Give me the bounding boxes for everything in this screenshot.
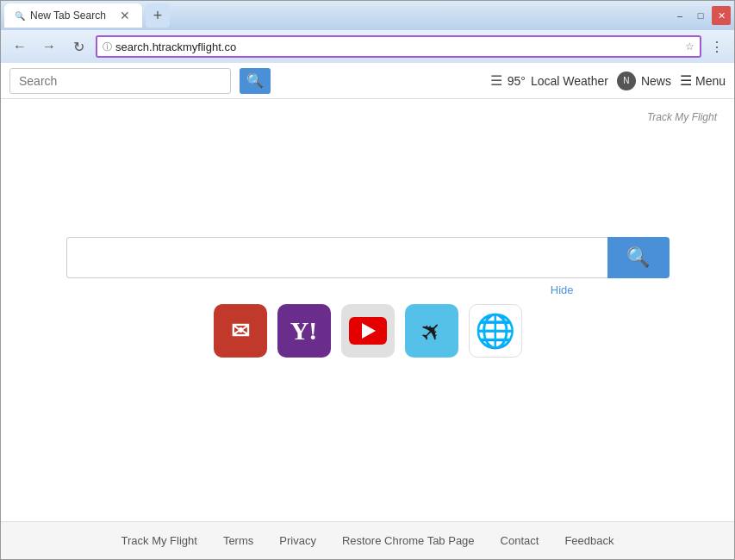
- back-button[interactable]: ←: [8, 34, 32, 59]
- maximize-button[interactable]: □: [691, 6, 710, 25]
- minimize-button[interactable]: –: [670, 6, 689, 25]
- news-label: News: [641, 74, 671, 88]
- footer-contact[interactable]: Contact: [501, 534, 539, 547]
- toolbar-search-input[interactable]: [9, 68, 231, 94]
- youtube-icon: [349, 317, 387, 345]
- toolbar: 🔍 ☰ 95° Local Weather N News ☰ Menu: [1, 63, 734, 99]
- shortcuts-row: ✉ Y! ✈: [214, 304, 522, 358]
- footer: Track My Flight Terms Privacy Restore Ch…: [1, 521, 734, 559]
- new-tab-button[interactable]: +: [146, 3, 170, 28]
- tab-title: New Tab Search: [30, 9, 106, 22]
- menu-label: Menu: [695, 74, 726, 88]
- hide-shortcuts-link[interactable]: Hide: [551, 283, 574, 296]
- hamburger-icon: ☰: [680, 72, 692, 89]
- youtube-play-icon: [362, 323, 376, 339]
- weather-icon: ☰: [490, 72, 502, 89]
- title-bar: 🔍 New Tab Search ✕ + – □ ✕: [1, 1, 734, 30]
- info-icon: ⓘ: [103, 40, 112, 53]
- tab-close-button[interactable]: ✕: [118, 9, 132, 22]
- shortcuts-area: Hide ✉ Y!: [214, 304, 522, 358]
- footer-restore-chrome[interactable]: Restore Chrome Tab Page: [342, 534, 475, 547]
- search-icon: 🔍: [246, 72, 264, 89]
- bookmark-icon[interactable]: ☆: [685, 40, 695, 53]
- nav-bar: ← → ↻ ⓘ search.htrackmyflight.co ☆ ⋮: [1, 30, 734, 63]
- browser-menu-button[interactable]: ⋮: [707, 35, 727, 59]
- weather-widget[interactable]: ☰ 95° Local Weather: [490, 72, 608, 89]
- center-area: 🔍 Hide ✉ Y!: [1, 99, 734, 521]
- news-widget[interactable]: N News: [617, 72, 671, 90]
- toolbar-search-button[interactable]: 🔍: [240, 68, 271, 94]
- main-search-container: 🔍: [66, 237, 670, 278]
- main-search-button[interactable]: 🔍: [607, 237, 670, 278]
- address-bar[interactable]: ⓘ search.htrackmyflight.co ☆: [96, 35, 701, 58]
- shortcut-gmail[interactable]: ✉: [214, 304, 267, 358]
- main-search-input[interactable]: [66, 237, 607, 278]
- shortcut-youtube[interactable]: [341, 304, 395, 358]
- reload-button[interactable]: ↻: [66, 34, 90, 59]
- weather-label: Local Weather: [531, 74, 608, 88]
- yahoo-icon: Y!: [290, 316, 318, 345]
- shortcut-flight-tracker[interactable]: ✈: [405, 304, 458, 358]
- main-search-icon: 🔍: [626, 246, 650, 269]
- gmail-icon: ✉: [231, 318, 250, 345]
- window-controls: – □ ✕: [670, 6, 731, 25]
- footer-track-flight[interactable]: Track My Flight: [121, 534, 197, 547]
- url-text: search.htrackmyflight.co: [115, 40, 682, 53]
- forward-button[interactable]: →: [37, 34, 61, 59]
- track-flight-header-link[interactable]: Track My Flight: [647, 111, 717, 123]
- globe-icon: 🌐: [475, 312, 515, 350]
- close-button[interactable]: ✕: [712, 6, 731, 25]
- footer-feedback[interactable]: Feedback: [564, 534, 614, 547]
- footer-terms[interactable]: Terms: [223, 534, 253, 547]
- footer-privacy[interactable]: Privacy: [279, 534, 316, 547]
- shortcut-yahoo[interactable]: Y!: [277, 304, 331, 358]
- flight-icon: ✈: [413, 313, 449, 349]
- tab-icon: 🔍: [15, 11, 25, 21]
- browser-window: 🔍 New Tab Search ✕ + – □ ✕ ← → ↻ ⓘ searc…: [0, 0, 735, 560]
- news-icon: N: [617, 72, 636, 90]
- main-content: Track My Flight 🔍 Hide ✉: [1, 99, 734, 521]
- menu-button[interactable]: ☰ Menu: [680, 72, 726, 89]
- shortcut-web[interactable]: 🌐: [469, 304, 522, 358]
- browser-tab[interactable]: 🔍 New Tab Search ✕: [4, 3, 142, 28]
- weather-temp: 95°: [508, 74, 526, 88]
